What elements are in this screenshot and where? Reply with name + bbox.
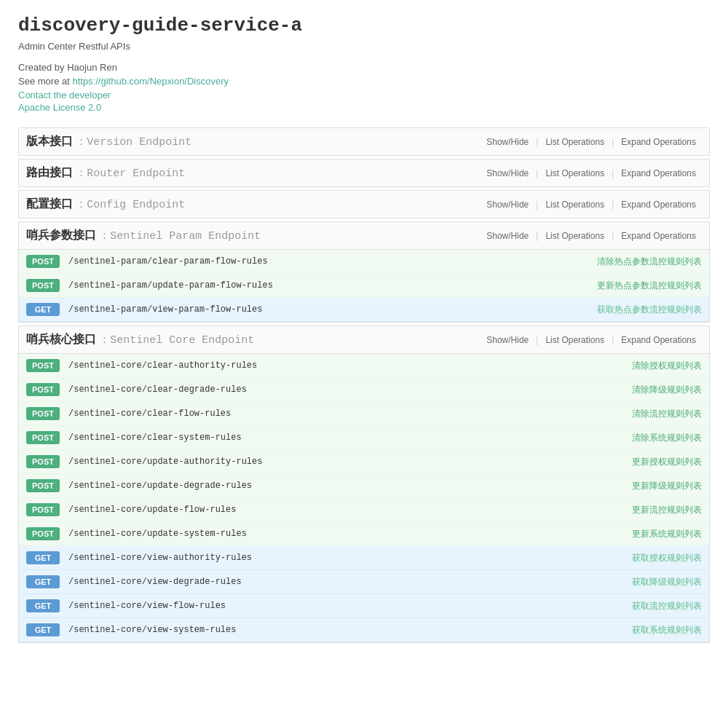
show-hide-config[interactable]: Show/Hide: [480, 200, 534, 210]
list-ops-sentinel-core[interactable]: List Operations: [539, 335, 610, 345]
divider: |: [610, 137, 615, 147]
show-hide-router[interactable]: Show/Hide: [480, 168, 534, 178]
section-controls-config: Show/Hide|List Operations|Expand Operati…: [480, 200, 702, 210]
list-ops-sentinel-param[interactable]: List Operations: [539, 231, 610, 241]
section-header-sentinel-param[interactable]: 哨兵参数接口 ：Sentinel Param EndpointShow/Hide…: [18, 221, 710, 250]
method-badge-post: POST: [26, 455, 60, 468]
operation-row[interactable]: POST/sentinel-core/update-flow-rules更新流控…: [19, 498, 709, 522]
operation-desc: 获取流控规则列表: [632, 600, 702, 612]
section-router: 路由接口 ：Router EndpointShow/Hide|List Oper…: [18, 159, 710, 187]
divider: |: [610, 168, 615, 178]
license-link[interactable]: Apache License 2.0: [18, 102, 710, 113]
operation-row[interactable]: POST/sentinel-core/update-system-rules更新…: [19, 522, 709, 546]
operation-row[interactable]: POST/sentinel-core/update-authority-rule…: [19, 450, 709, 474]
operation-path: /sentinel-core/clear-degrade-rules: [68, 384, 632, 395]
operation-row[interactable]: POST/sentinel-core/update-degrade-rules更…: [19, 474, 709, 498]
operation-desc: 获取授权规则列表: [632, 552, 702, 564]
method-badge-post: POST: [26, 383, 60, 396]
operation-desc: 获取降级规则列表: [632, 576, 702, 588]
operation-path: /sentinel-core/view-flow-rules: [68, 601, 632, 611]
show-hide-version[interactable]: Show/Hide: [480, 137, 534, 147]
method-badge-post: POST: [26, 503, 60, 516]
operation-path: /sentinel-core/view-degrade-rules: [68, 577, 632, 587]
operation-row[interactable]: POST/sentinel-core/clear-authority-rules…: [19, 354, 709, 378]
operation-path: /sentinel-core/update-system-rules: [68, 529, 632, 539]
divider: |: [610, 200, 615, 210]
section-controls-version: Show/Hide|List Operations|Expand Operati…: [480, 137, 702, 147]
operation-path: /sentinel-core/update-authority-rules: [68, 457, 632, 467]
method-badge-post: POST: [26, 527, 60, 540]
operation-path: /sentinel-core/clear-system-rules: [68, 433, 632, 443]
operation-row[interactable]: POST/sentinel-core/clear-flow-rules清除流控规…: [19, 402, 709, 426]
operation-desc: 更新授权规则列表: [632, 456, 702, 468]
ops-container-sentinel-param: POST/sentinel-param/clear-param-flow-rul…: [18, 250, 710, 323]
divider: |: [534, 231, 539, 241]
section-config: 配置接口 ：Config EndpointShow/Hide|List Oper…: [18, 190, 710, 218]
divider: |: [534, 168, 539, 178]
expand-ops-router[interactable]: Expand Operations: [615, 168, 702, 178]
operation-path: /sentinel-core/update-degrade-rules: [68, 481, 632, 491]
operation-row[interactable]: POST/sentinel-param/update-param-flow-ru…: [19, 274, 709, 298]
operation-row[interactable]: POST/sentinel-core/clear-system-rules清除系…: [19, 426, 709, 450]
method-badge-post: POST: [26, 479, 60, 492]
method-badge-post: POST: [26, 431, 60, 444]
section-title-config: 配置接口 ：Config Endpoint: [26, 197, 185, 212]
section-sentinel-param: 哨兵参数接口 ：Sentinel Param EndpointShow/Hide…: [18, 221, 710, 323]
method-badge-get: GET: [26, 599, 60, 612]
show-hide-sentinel-core[interactable]: Show/Hide: [480, 335, 534, 345]
operation-path: /sentinel-core/clear-authority-rules: [68, 360, 632, 371]
show-hide-sentinel-param[interactable]: Show/Hide: [480, 231, 534, 241]
expand-ops-sentinel-param[interactable]: Expand Operations: [615, 231, 702, 241]
section-sentinel-core: 哨兵核心接口 ：Sentinel Core EndpointShow/Hide|…: [18, 326, 710, 643]
operation-desc: 更新流控规则列表: [632, 504, 702, 516]
operation-desc: 清除授权规则列表: [632, 360, 702, 372]
method-badge-get: GET: [26, 623, 60, 636]
section-controls-sentinel-core: Show/Hide|List Operations|Expand Operati…: [480, 335, 702, 345]
divider: |: [534, 137, 539, 147]
operation-row[interactable]: GET/sentinel-core/view-flow-rules获取流控规则列…: [19, 594, 709, 618]
operation-row[interactable]: GET/sentinel-core/view-degrade-rules获取降级…: [19, 570, 709, 594]
section-header-version[interactable]: 版本接口 ：Version EndpointShow/Hide|List Ope…: [18, 127, 710, 156]
contact-link[interactable]: Contact the developer: [18, 90, 710, 100]
app-title: discovery-guide-service-a: [18, 15, 710, 36]
expand-ops-version[interactable]: Expand Operations: [615, 137, 702, 147]
list-ops-version[interactable]: List Operations: [539, 137, 610, 147]
expand-ops-config[interactable]: Expand Operations: [615, 200, 702, 210]
operation-path: /sentinel-core/clear-flow-rules: [68, 409, 632, 419]
operation-row[interactable]: GET/sentinel-core/view-system-rules获取系统规…: [19, 618, 709, 642]
operation-path: /sentinel-param/view-param-flow-rules: [68, 304, 597, 315]
app-subtitle: Admin Center Restful APIs: [18, 41, 710, 52]
method-badge-post: POST: [26, 359, 60, 372]
divider: |: [534, 335, 539, 345]
sections-container: 版本接口 ：Version EndpointShow/Hide|List Ope…: [18, 127, 710, 643]
method-badge-get: GET: [26, 551, 60, 564]
operation-row[interactable]: GET/sentinel-param/view-param-flow-rules…: [19, 298, 709, 322]
operation-row[interactable]: GET/sentinel-core/view-authority-rules获取…: [19, 546, 709, 570]
section-header-router[interactable]: 路由接口 ：Router EndpointShow/Hide|List Oper…: [18, 159, 710, 187]
operation-desc: 更新降级规则列表: [632, 480, 702, 492]
section-controls-sentinel-param: Show/Hide|List Operations|Expand Operati…: [480, 231, 702, 241]
expand-ops-sentinel-core[interactable]: Expand Operations: [615, 335, 702, 345]
method-badge-get: GET: [26, 303, 60, 316]
operation-desc: 更新系统规则列表: [632, 528, 702, 540]
operation-desc: 清除降级规则列表: [632, 384, 702, 396]
method-badge-post: POST: [26, 255, 60, 268]
operation-path: /sentinel-core/view-authority-rules: [68, 553, 632, 563]
list-ops-config[interactable]: List Operations: [539, 200, 610, 210]
list-ops-router[interactable]: List Operations: [539, 168, 610, 178]
section-header-config[interactable]: 配置接口 ：Config EndpointShow/Hide|List Oper…: [18, 190, 710, 218]
divider: |: [610, 335, 615, 345]
see-more-prefix: See more at: [18, 76, 72, 87]
operation-row[interactable]: POST/sentinel-param/clear-param-flow-rul…: [19, 250, 709, 274]
method-badge-post: POST: [26, 279, 60, 292]
operation-path: /sentinel-param/update-param-flow-rules: [68, 280, 597, 291]
section-header-sentinel-core[interactable]: 哨兵核心接口 ：Sentinel Core EndpointShow/Hide|…: [18, 326, 710, 354]
operation-row[interactable]: POST/sentinel-core/clear-degrade-rules清除…: [19, 378, 709, 402]
operation-desc: 清除流控规则列表: [632, 408, 702, 420]
see-more-line: See more at https://github.com/Nepxion/D…: [18, 76, 710, 87]
operation-desc: 更新热点参数流控规则列表: [597, 280, 702, 292]
see-more-link[interactable]: https://github.com/Nepxion/Discovery: [72, 76, 229, 87]
ops-container-sentinel-core: POST/sentinel-core/clear-authority-rules…: [18, 354, 710, 643]
operation-path: /sentinel-core/view-system-rules: [68, 625, 632, 635]
section-version: 版本接口 ：Version EndpointShow/Hide|List Ope…: [18, 127, 710, 156]
